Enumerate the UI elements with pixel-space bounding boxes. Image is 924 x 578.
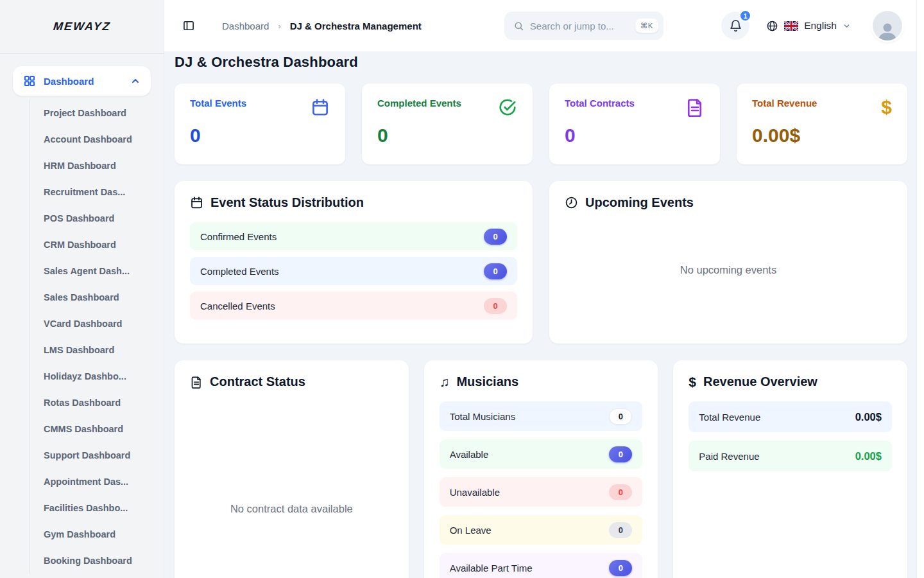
app-logo: MEWAYZ xyxy=(53,20,112,33)
stat-label: Total Contracts xyxy=(565,98,635,109)
musician-label: Unavailable xyxy=(450,487,500,498)
sidebar-item-vcard-dashboard[interactable]: VCard Dashboard xyxy=(44,310,151,337)
person-icon xyxy=(877,21,898,40)
notification-count-badge: 1 xyxy=(739,10,751,22)
stat-label: Total Events xyxy=(190,98,246,109)
revenue-row-paid: Paid Revenue 0.00$ xyxy=(689,441,892,471)
musician-row-on-leave: On Leave 0 xyxy=(440,515,643,545)
bottom-row: Contract Status No contract data availab… xyxy=(175,360,907,578)
sidebar-item-hrm-dashboard[interactable]: HRM Dashboard xyxy=(44,152,151,179)
sidebar-item-sales-dashboard[interactable]: Sales Dashboard xyxy=(44,284,151,310)
page-scrollbar[interactable] xyxy=(916,0,924,578)
sidebar-item-cmms-dashboard[interactable]: CMMS Dashboard xyxy=(44,416,151,442)
check-circle-icon xyxy=(498,98,517,117)
musician-label: Available Part Time xyxy=(450,563,533,574)
chevron-up-icon xyxy=(130,76,141,86)
contract-icon xyxy=(685,98,705,117)
count-badge: 0 xyxy=(609,560,632,576)
stat-value: 0 xyxy=(190,125,330,146)
panel-title: Upcoming Events xyxy=(585,195,694,210)
page-content: DJ & Orchestra Dashboard Total Events 0 … xyxy=(164,51,916,578)
count-badge: 0 xyxy=(609,446,632,462)
panel-title: Contract Status xyxy=(210,374,305,389)
sidebar-item-gym-dashboard[interactable]: Gym Dashboard xyxy=(44,521,151,547)
top-header: Dashboard › DJ & Orchestra Management ⌘K xyxy=(164,0,916,51)
stat-card-total-events: Total Events 0 xyxy=(175,83,345,164)
revenue-value: 0.00$ xyxy=(855,411,882,423)
panel-title: Revenue Overview xyxy=(703,374,817,389)
sidebar-nav: Dashboard Project Dashboard Account Dash… xyxy=(0,54,164,578)
sidebar-item-booking-dashboard[interactable]: Booking Dashboard xyxy=(44,547,151,574)
language-selector[interactable]: English xyxy=(766,20,851,32)
sidebar-item-project-dashboard[interactable]: Project Dashboard xyxy=(44,100,151,126)
sidebar-group-label: Dashboard xyxy=(44,76,130,87)
sidebar-item-appointment-dashboard[interactable]: Appointment Das... xyxy=(44,468,151,495)
status-label: Completed Events xyxy=(200,266,279,277)
sidebar-group-dashboard[interactable]: Dashboard xyxy=(13,66,151,96)
sidebar-item-sales-agent-dashboard[interactable]: Sales Agent Dash... xyxy=(44,258,151,284)
count-badge: 0 xyxy=(484,229,507,245)
breadcrumb-separator-icon: › xyxy=(278,21,280,31)
sidebar-toggle-icon[interactable] xyxy=(182,19,195,32)
sidebar-item-crm-dashboard[interactable]: CRM Dashboard xyxy=(44,231,151,258)
music-note-icon: ♫ xyxy=(440,375,450,389)
sidebar-item-account-dashboard[interactable]: Account Dashboard xyxy=(44,126,151,152)
breadcrumb: Dashboard › DJ & Orchestra Management xyxy=(182,19,422,32)
breadcrumb-current: DJ & Orchestra Management xyxy=(290,21,422,31)
bell-icon xyxy=(729,19,742,33)
event-status-panel: Event Status Distribution Confirmed Even… xyxy=(175,181,533,344)
clock-icon xyxy=(565,196,578,209)
calendar-icon xyxy=(311,98,330,117)
sidebar: MEWAYZ Dashboard Project Dashboard Accou… xyxy=(0,0,164,578)
logo-area: MEWAYZ xyxy=(0,0,164,54)
stat-label: Completed Events xyxy=(377,98,461,109)
notifications-button[interactable]: 1 xyxy=(721,12,749,40)
count-badge: 0 xyxy=(609,484,632,500)
grid-icon xyxy=(23,74,36,87)
middle-row: Event Status Distribution Confirmed Even… xyxy=(175,181,907,344)
panel-title: Musicians xyxy=(456,374,518,389)
sidebar-item-pos-dashboard[interactable]: POS Dashboard xyxy=(44,205,151,231)
sidebar-item-facilities-dashboard[interactable]: Facilities Dashbo... xyxy=(44,495,151,521)
search-input[interactable]: ⌘K xyxy=(504,12,663,40)
document-icon xyxy=(190,376,203,389)
search-field[interactable] xyxy=(530,21,629,31)
count-badge: 0 xyxy=(609,408,632,425)
stats-row: Total Events 0 Completed Events xyxy=(175,83,907,164)
search-icon xyxy=(513,21,524,31)
uk-flag-icon xyxy=(784,21,798,31)
musician-label: Total Musicians xyxy=(450,411,516,422)
stat-card-total-contracts: Total Contracts 0 xyxy=(549,83,720,164)
count-badge: 0 xyxy=(609,522,632,538)
main-column: Dashboard › DJ & Orchestra Management ⌘K xyxy=(164,0,916,578)
contract-status-panel: Contract Status No contract data availab… xyxy=(175,360,409,578)
user-avatar[interactable] xyxy=(873,11,902,40)
sidebar-item-rotas-dashboard[interactable]: Rotas Dashboard xyxy=(44,389,151,416)
status-label: Confirmed Events xyxy=(200,231,277,242)
search-shortcut-badge: ⌘K xyxy=(635,19,658,33)
revenue-value: 0.00$ xyxy=(855,450,882,462)
stat-card-completed-events: Completed Events 0 xyxy=(362,83,533,164)
upcoming-events-panel: Upcoming Events No upcoming events xyxy=(549,181,907,344)
calendar-icon xyxy=(190,196,203,209)
revenue-overview-panel: $ Revenue Overview Total Revenue 0.00$ P… xyxy=(673,360,907,578)
header-actions: 1 xyxy=(721,11,902,40)
musician-label: Available xyxy=(450,449,489,460)
empty-state-text: No contract data available xyxy=(230,503,353,515)
stat-label: Total Revenue xyxy=(752,98,817,109)
revenue-label: Total Revenue xyxy=(699,412,760,423)
breadcrumb-root[interactable]: Dashboard xyxy=(222,21,269,31)
stat-value: 0.00$ xyxy=(752,125,892,146)
empty-state-text: No upcoming events xyxy=(680,264,776,276)
musician-row-total: Total Musicians 0 xyxy=(440,401,643,431)
status-row-completed: Completed Events 0 xyxy=(190,257,517,285)
dollar-icon: $ xyxy=(881,98,892,117)
sidebar-item-recruitment-dashboard[interactable]: Recruitment Das... xyxy=(44,179,151,205)
revenue-label: Paid Revenue xyxy=(699,451,759,462)
page-title: DJ & Orchestra Dashboard xyxy=(175,54,907,71)
sidebar-item-lms-dashboard[interactable]: LMS Dashboard xyxy=(44,337,151,363)
globe-icon xyxy=(766,20,778,32)
musician-row-unavailable: Unavailable 0 xyxy=(440,477,643,507)
sidebar-item-holidayz-dashboard[interactable]: Holidayz Dashbo... xyxy=(44,363,151,389)
sidebar-item-support-dashboard[interactable]: Support Dashboard xyxy=(44,442,151,468)
